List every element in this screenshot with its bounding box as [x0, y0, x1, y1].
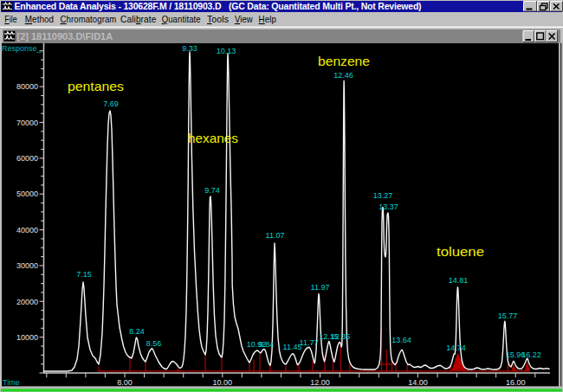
- svg-text:70000: 70000: [16, 119, 38, 127]
- svg-text:Time: Time: [3, 378, 20, 387]
- svg-text:Response_: Response_: [2, 44, 42, 53]
- svg-text:20000: 20000: [16, 298, 38, 306]
- svg-text:8.00: 8.00: [117, 378, 133, 387]
- svg-text:10.13: 10.13: [217, 47, 236, 55]
- svg-text:7.15: 7.15: [76, 270, 92, 279]
- svg-text:14.81: 14.81: [449, 276, 469, 285]
- svg-text:12.46: 12.46: [333, 71, 353, 80]
- svg-text:15.77: 15.77: [498, 312, 518, 320]
- svg-text:File: File: [4, 14, 17, 24]
- svg-text:16.22: 16.22: [521, 350, 541, 359]
- svg-text:80000: 80000: [16, 82, 38, 91]
- svg-text:13.64: 13.64: [392, 336, 411, 344]
- svg-text:10.00: 10.00: [213, 378, 233, 387]
- svg-text:10000: 10000: [16, 333, 38, 342]
- svg-text:pentanes: pentanes: [68, 79, 124, 93]
- svg-text:Quantitate: Quantitate: [162, 14, 201, 24]
- svg-text:60000: 60000: [16, 154, 38, 163]
- svg-text:Help: Help: [259, 14, 276, 24]
- svg-text:(GC Data: Quantitated Multi Pt: (GC Data: Quantitated Multi Pt., Not Rev…: [229, 1, 421, 11]
- svg-text:Calibrate: Calibrate: [120, 14, 156, 24]
- svg-text:Chromatogram: Chromatogram: [61, 14, 117, 24]
- svg-text:30000: 30000: [16, 261, 38, 270]
- svg-text:Enhanced Data Analysis - 13062: Enhanced Data Analysis - 130628F.M / 181…: [15, 1, 222, 11]
- svg-text:14.74: 14.74: [446, 344, 466, 352]
- svg-text:benzene: benzene: [318, 54, 370, 68]
- svg-text:Tools: Tools: [207, 14, 229, 24]
- svg-text:[2] 18110903.D\FID1A: [2] 18110903.D\FID1A: [17, 31, 113, 42]
- svg-text:toluene: toluene: [437, 244, 484, 259]
- svg-text:11.97: 11.97: [311, 283, 330, 292]
- svg-text:13.37: 13.37: [379, 202, 398, 211]
- svg-text:50000: 50000: [16, 190, 38, 198]
- svg-text:13.27: 13.27: [373, 191, 393, 200]
- svg-text:14.00: 14.00: [408, 378, 428, 387]
- svg-text:9.84: 9.84: [259, 340, 275, 349]
- svg-text:16.00: 16.00: [506, 378, 526, 387]
- svg-text:11.77: 11.77: [300, 338, 319, 347]
- svg-text:9.33: 9.33: [182, 44, 197, 53]
- svg-text:8.56: 8.56: [146, 339, 162, 348]
- svg-text:12.00: 12.00: [310, 378, 330, 387]
- svg-text:7.69: 7.69: [103, 100, 119, 108]
- svg-text:11.07: 11.07: [266, 231, 285, 240]
- svg-text:8.24: 8.24: [129, 327, 145, 336]
- svg-text:12.35: 12.35: [331, 332, 351, 341]
- svg-text:hexanes: hexanes: [188, 131, 238, 145]
- svg-text:Method: Method: [25, 14, 54, 24]
- svg-text:9.74: 9.74: [204, 186, 220, 195]
- svg-text:View: View: [235, 14, 253, 24]
- svg-text:40000: 40000: [16, 226, 38, 235]
